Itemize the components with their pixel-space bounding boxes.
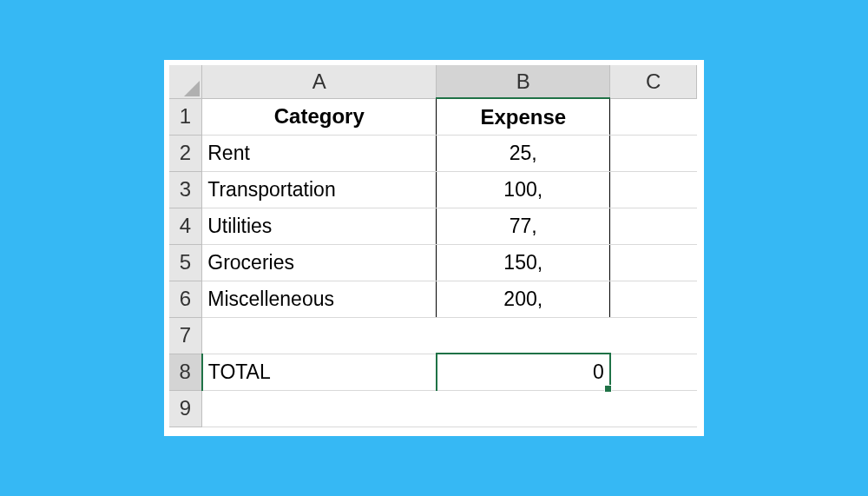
cell-b5[interactable]: 150, — [437, 244, 610, 281]
cell-b2[interactable]: 25, — [437, 135, 610, 171]
cell-c8[interactable] — [610, 354, 697, 390]
col-header-c[interactable]: C — [610, 65, 697, 98]
cell-b3[interactable]: 100, — [437, 171, 610, 208]
cell-b1[interactable]: Expense — [437, 98, 610, 135]
grid: A B C 1 Category Expense 2 Rent 25, 3 Tr… — [169, 65, 698, 427]
cell-c7[interactable] — [610, 317, 697, 354]
cell-a9[interactable] — [202, 390, 437, 427]
col-header-b[interactable]: B — [437, 65, 610, 98]
cell-b6[interactable]: 200, — [437, 281, 610, 317]
spreadsheet: A B C 1 Category Expense 2 Rent 25, 3 Tr… — [164, 60, 705, 436]
cell-c9[interactable] — [610, 390, 697, 427]
cell-a3[interactable]: Transportation — [202, 171, 437, 208]
cell-a8[interactable]: TOTAL — [202, 354, 437, 390]
cell-b4[interactable]: 77, — [437, 208, 610, 244]
cell-b7[interactable] — [437, 317, 610, 354]
cell-c3[interactable] — [610, 171, 697, 208]
cell-c1[interactable] — [610, 98, 697, 135]
row-header-1[interactable]: 1 — [169, 98, 202, 135]
cell-c4[interactable] — [610, 208, 697, 244]
cell-a7[interactable] — [202, 317, 437, 354]
row-header-7[interactable]: 7 — [169, 317, 202, 354]
row-header-9[interactable]: 9 — [169, 390, 202, 427]
cell-c6[interactable] — [610, 281, 697, 317]
select-all-corner[interactable] — [169, 65, 202, 98]
cell-c2[interactable] — [610, 135, 697, 171]
row-header-8[interactable]: 8 — [169, 354, 202, 390]
col-header-a[interactable]: A — [202, 65, 437, 98]
row-header-6[interactable]: 6 — [169, 281, 202, 317]
cell-a6[interactable]: Miscelleneous — [202, 281, 437, 317]
row-header-5[interactable]: 5 — [169, 244, 202, 281]
row-header-4[interactable]: 4 — [169, 208, 202, 244]
cell-a4[interactable]: Utilities — [202, 208, 437, 244]
cell-b8[interactable]: 0 — [437, 354, 610, 390]
cell-a2[interactable]: Rent — [202, 135, 437, 171]
cell-b9[interactable] — [437, 390, 610, 427]
row-header-2[interactable]: 2 — [169, 135, 202, 171]
cell-c5[interactable] — [610, 244, 697, 281]
cell-a5[interactable]: Groceries — [202, 244, 437, 281]
cell-a1[interactable]: Category — [202, 98, 437, 135]
row-header-3[interactable]: 3 — [169, 171, 202, 208]
